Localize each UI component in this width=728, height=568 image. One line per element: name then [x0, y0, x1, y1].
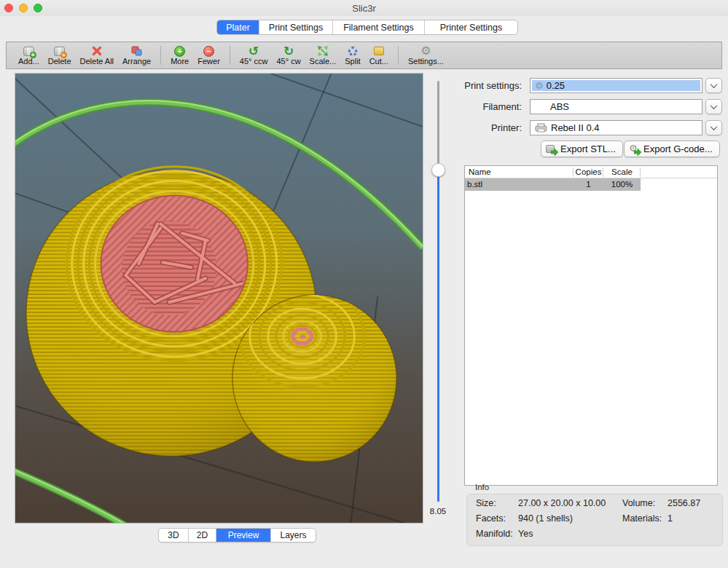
- tab-printer-settings[interactable]: Printer Settings: [425, 20, 517, 34]
- toolbar-separator: [160, 46, 161, 65]
- volume-label: Volume:: [622, 498, 655, 508]
- view-tab-2d[interactable]: 2D: [189, 529, 216, 542]
- view-tab-3d[interactable]: 3D: [159, 529, 189, 542]
- info-section-title: Info: [475, 483, 489, 492]
- add-icon: +: [23, 44, 34, 58]
- window-title: Slic3r: [0, 3, 728, 14]
- filament-label: Filament:: [455, 99, 522, 114]
- split-icon: [347, 44, 359, 58]
- small-dome-infill-dot: [300, 335, 306, 339]
- scale-button[interactable]: Scale...: [305, 44, 341, 67]
- settings-icon: ⚙: [420, 44, 431, 58]
- rotate-ccw-icon: ↺: [248, 44, 259, 58]
- split-button[interactable]: Split: [340, 44, 364, 67]
- slic3r-window: { "window_title": "Slic3r", "top_tabs": …: [0, 0, 728, 568]
- rotate-cw-icon: ↻: [283, 44, 294, 58]
- plater-sidebar: Print settings: ⚙ 0.25 Filament: ABS Pri…: [455, 73, 728, 553]
- layer-slider-value: 8.05: [423, 507, 453, 516]
- filament-row: Filament: ABS: [455, 99, 722, 114]
- column-header-copies[interactable]: Copies: [574, 166, 603, 178]
- object-name: b.stl: [467, 178, 482, 191]
- printer-label: Printer:: [455, 120, 522, 135]
- main-tab-bar: Plater Print Settings Filament Settings …: [216, 20, 518, 35]
- print-settings-dropdown-button[interactable]: [705, 78, 722, 93]
- delete-icon: –: [54, 44, 65, 58]
- object-row-selected[interactable]: b.stl 1 100%: [465, 178, 641, 191]
- manifold-label: Manifold:: [476, 529, 513, 539]
- export-gcode-button[interactable]: ⚙ Export G-code...: [624, 141, 720, 157]
- tab-plater[interactable]: Plater: [217, 20, 259, 34]
- chevron-down-icon: [711, 104, 717, 110]
- column-header-scale[interactable]: Scale: [603, 166, 641, 178]
- scale-icon: [317, 44, 329, 58]
- more-button[interactable]: + More: [166, 44, 193, 67]
- fewer-icon: –: [203, 44, 214, 58]
- more-icon: +: [174, 44, 185, 58]
- print-settings-row: Print settings: ⚙ 0.25: [455, 78, 722, 93]
- export-stl-button[interactable]: Export STL...: [541, 141, 623, 157]
- view-tab-preview[interactable]: Preview: [216, 529, 271, 542]
- printer-icon: [535, 123, 547, 133]
- tab-filament-settings[interactable]: Filament Settings: [333, 20, 425, 34]
- gear-icon: ⚙: [535, 81, 544, 90]
- chevron-down-icon: [711, 83, 717, 89]
- export-buttons-row: Export STL... ⚙ Export G-code...: [455, 141, 722, 157]
- view-mode-tab-bar: 3D 2D Preview Layers: [158, 528, 316, 543]
- object-scale: 100%: [603, 178, 641, 191]
- fewer-button[interactable]: – Fewer: [193, 44, 224, 67]
- cut-button[interactable]: Cut...: [365, 44, 393, 67]
- chevron-down-icon: [711, 125, 717, 131]
- add-button[interactable]: + Add...: [14, 44, 44, 67]
- toolbar-separator: [398, 46, 399, 65]
- delete-all-button[interactable]: Delete All: [76, 44, 118, 67]
- titlebar: Slic3r: [0, 0, 728, 16]
- toolbar: + Add... – Delete Delete All Arrange + M…: [6, 42, 722, 69]
- layer-slider-thumb[interactable]: [431, 163, 445, 177]
- tab-print-settings[interactable]: Print Settings: [259, 20, 333, 34]
- arrange-button[interactable]: Arrange: [118, 44, 155, 67]
- size-label: Size:: [476, 498, 496, 508]
- volume-value: 2556.87: [668, 498, 700, 508]
- toolbar-separator: [230, 46, 230, 65]
- object-copies: 1: [574, 178, 603, 191]
- column-header-name[interactable]: Name: [469, 166, 491, 178]
- info-box: Size: 27.00 x 20.00 x 10.00 Volume: 2556…: [466, 494, 723, 546]
- export-stl-icon: [546, 144, 557, 154]
- printer-dropdown-button[interactable]: [705, 120, 722, 135]
- size-value: 27.00 x 20.00 x 10.00: [518, 498, 606, 508]
- rotate-cw-button[interactable]: ↻ 45° cw: [272, 44, 305, 67]
- layer-slider-fill: [437, 170, 439, 502]
- arrange-icon: [130, 44, 143, 58]
- printer-row: Printer: Rebel II 0.4: [455, 120, 722, 135]
- rotate-ccw-button[interactable]: ↺ 45° ccw: [235, 44, 273, 67]
- delete-button[interactable]: – Delete: [44, 44, 76, 67]
- filament-select[interactable]: ABS: [530, 99, 702, 114]
- cut-icon: [374, 44, 384, 58]
- manifold-value: Yes: [518, 529, 533, 539]
- facets-label: Facets:: [476, 513, 506, 524]
- printer-select[interactable]: Rebel II 0.4: [530, 120, 702, 135]
- facets-value: 940 (1 shells): [518, 513, 573, 524]
- delete-all-icon: [91, 44, 103, 58]
- settings-button[interactable]: ⚙ Settings...: [404, 44, 448, 67]
- filament-dropdown-button[interactable]: [705, 99, 722, 114]
- print-settings-select[interactable]: ⚙ 0.25: [530, 78, 702, 93]
- materials-value: 1: [668, 513, 673, 524]
- object-list-table[interactable]: Name Copies Scale b.stl 1 100%: [464, 165, 718, 486]
- materials-label: Materials:: [622, 513, 662, 524]
- preview-scene: [15, 74, 423, 523]
- preview-3d-canvas[interactable]: [15, 73, 423, 524]
- export-gcode-icon: ⚙: [629, 144, 640, 154]
- print-settings-label: Print settings:: [455, 78, 522, 93]
- object-list-header: Name Copies Scale: [465, 166, 717, 178]
- view-tab-layers[interactable]: Layers: [271, 529, 316, 542]
